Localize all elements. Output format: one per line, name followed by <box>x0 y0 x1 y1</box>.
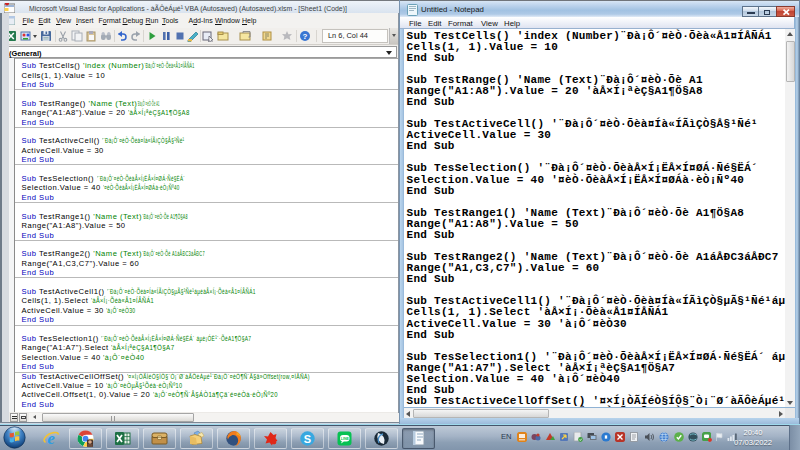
svg-text:S: S <box>304 432 311 444</box>
svg-text:LINE: LINE <box>341 436 350 440</box>
svg-text:?: ? <box>303 32 308 41</box>
